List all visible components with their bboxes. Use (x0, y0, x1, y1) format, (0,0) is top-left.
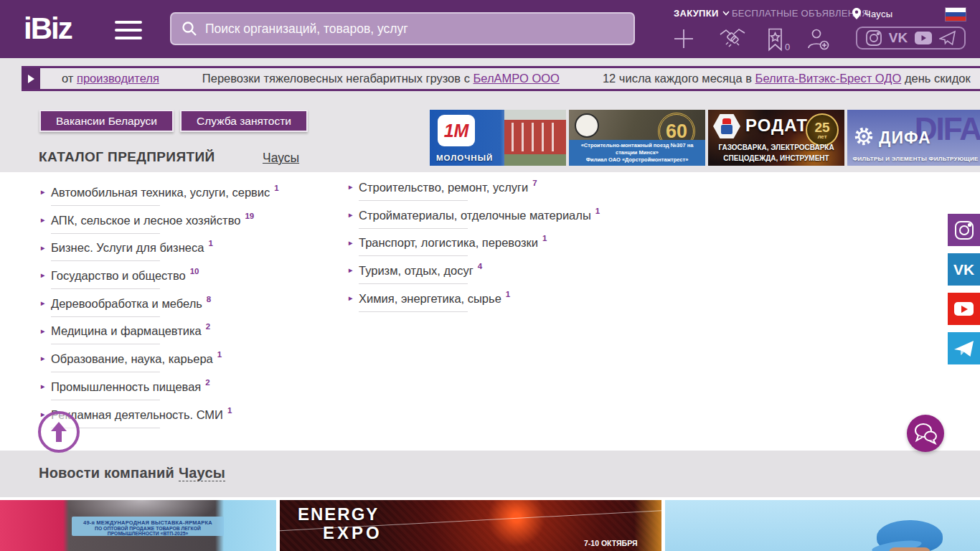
nav-free-ads[interactable]: БЕСПЛАТНЫЕ ОБЪЯВЛЕНИЯ (732, 8, 869, 19)
user-add-icon[interactable] (806, 28, 831, 51)
ad-banner-difa[interactable]: DIFA ДИФА ФИЛЬТРЫ И ЭЛЕМЕНТЫ ФИЛЬТРУЮЩИЕ (847, 110, 980, 166)
category-arrow-icon: ► (39, 382, 51, 390)
building-photo (504, 110, 566, 166)
hamburger-menu-icon[interactable] (115, 21, 142, 40)
news-title: Новости компанийЧаусы (39, 465, 225, 481)
news-photo-energy-expo[interactable]: ENERGY EXPO 7-10 ОКТЯБРЯ (280, 500, 661, 551)
fire-effect (634, 500, 661, 551)
ad-banner-smp307[interactable]: 60 лет «Строительно-монтажный поезд №307… (569, 110, 705, 166)
company-news-band: Новости компанийЧаусы (0, 451, 980, 497)
category-item[interactable]: ►Туризм, отдых, досуг4 (347, 263, 600, 291)
category-count: 1 (208, 239, 212, 248)
category-count: 8 (207, 295, 211, 303)
employment-button[interactable]: Служба занятости (180, 110, 308, 132)
arrow-up-icon (49, 420, 69, 443)
category-item[interactable]: ►Образование, наука, карьера1 (39, 352, 279, 380)
chat-bubbles-icon (913, 422, 938, 445)
favorites-count: 0 (785, 42, 790, 52)
news-ticker: от производителя Перевозки тяжеловесных … (22, 66, 980, 91)
ticker-play-icon[interactable] (22, 68, 40, 89)
category-item[interactable]: ►Бизнес. Услуги для бизнеса1 (39, 240, 279, 268)
category-item[interactable]: ►Промышленность пищевая2 (39, 380, 279, 408)
gear-icon (853, 126, 875, 147)
ad-banner-rodat[interactable]: РОДАТ 25лет ГАЗОСВАРКА, ЭЛЕКТРОСВАРКАСПЕ… (708, 110, 844, 166)
category-item[interactable]: ►Стройматериалы, отделочные материалы1 (347, 208, 600, 236)
category-count: 4 (478, 262, 482, 270)
catalog-column-right: ►Строительство, ремонт, услуги7 ►Стройма… (347, 180, 600, 319)
handshake-icon[interactable] (720, 28, 745, 50)
telegram-icon[interactable] (939, 30, 956, 46)
person-head (889, 547, 930, 551)
category-count: 1 (227, 406, 232, 415)
ad-banner-1m-dairy[interactable]: 1М МОЛОЧНЫЙ (430, 110, 566, 166)
catalog-title: КАТАЛОГ ПРЕДПРИЯТИЙ (39, 149, 215, 165)
news-city-link[interactable]: Чаусы (179, 465, 225, 481)
category-arrow-icon: ► (39, 216, 51, 224)
youtube-icon[interactable] (948, 293, 980, 325)
back-to-top-button[interactable] (38, 411, 80, 453)
category-count: 19 (245, 212, 254, 220)
bookmark-star-icon[interactable] (766, 28, 785, 52)
category-count: 10 (190, 267, 199, 276)
chevron-down-icon (722, 11, 730, 16)
category-arrow-icon: ► (347, 183, 359, 191)
category-arrow-icon: ► (347, 239, 359, 247)
category-arrow-icon: ► (347, 266, 359, 274)
ticker-link[interactable]: Белита-Витэкс-Брест ОДО (755, 72, 902, 85)
ticker-link[interactable]: производителя (77, 72, 159, 85)
vk-icon[interactable]: VK (948, 253, 980, 286)
category-item[interactable]: ►Деревообработка и мебель8 (39, 296, 279, 324)
header: iBiz ЗАКУПКИ БЕСПЛАТНЫЕ ОБЪЯВЛЕНИЯ Чаусы (0, 0, 980, 58)
category-arrow-icon: ► (39, 327, 51, 335)
category-arrow-icon: ► (39, 299, 51, 307)
category-item[interactable]: ►Государство и общество10 (39, 268, 279, 296)
vacancies-button[interactable]: Вакансии Беларуси (39, 110, 174, 132)
smp-logo-stamp (575, 113, 599, 138)
category-count: 2 (206, 322, 210, 331)
catalog-section: ►Автомобильная техника, услуги, сервис1 … (0, 172, 980, 451)
category-item[interactable]: ►Медицина и фармацевтика2 (39, 324, 279, 352)
category-count: 1 (506, 290, 510, 298)
category-arrow-icon: ► (39, 244, 51, 252)
category-count: 1 (595, 207, 600, 215)
telegram-icon[interactable] (948, 332, 980, 364)
category-item[interactable]: ►Строительство, ремонт, услуги7 (347, 180, 600, 208)
instagram-icon[interactable] (948, 214, 980, 246)
category-count: 1 (274, 184, 278, 192)
catalog-column-left: ►Автомобильная техника, услуги, сервис1 … (39, 185, 279, 435)
search-icon (181, 20, 198, 37)
nav-city[interactable]: Чаусы (852, 8, 892, 19)
youtube-icon[interactable] (914, 31, 933, 45)
language-flag-ru[interactable] (946, 8, 966, 21)
category-item[interactable]: ►Автомобильная техника, услуги, сервис1 (39, 185, 279, 213)
plus-icon[interactable] (673, 28, 694, 50)
category-arrow-icon: ► (39, 271, 51, 279)
ticker-item: 12 числа каждого месяца в Белита-Витэкс-… (603, 72, 971, 85)
category-item[interactable]: ►АПК, сельское и лесное хозяйство19 (39, 213, 279, 241)
instagram-icon[interactable] (865, 29, 882, 47)
ad-banners-row: 1М МОЛОЧНЫЙ 60 лет «Строительно-монтажны… (430, 110, 980, 166)
vk-icon[interactable]: VK (889, 30, 908, 46)
search-bar[interactable] (170, 12, 635, 45)
header-social-links: VK (856, 27, 966, 50)
ticker-link[interactable]: БелАМРО ООО (473, 72, 559, 85)
ibiz-logo[interactable]: iBiz (24, 11, 72, 46)
news-photo-exhibition[interactable]: 49-я МЕЖДУНАРОДНАЯ ВЫСТАВКА-ЯРМАРКА ПО О… (0, 500, 276, 551)
category-count: 7 (532, 179, 537, 187)
category-item[interactable]: ►Транспорт, логистика, перевозки1 (347, 235, 600, 263)
nav-zakupki[interactable]: ЗАКУПКИ (674, 8, 730, 19)
news-photo-sky-person[interactable] (665, 500, 980, 551)
location-pin-icon (852, 8, 861, 19)
ticker-item: от производителя (62, 72, 159, 85)
1m-logo: 1М (438, 115, 475, 146)
category-item[interactable]: ►Химия, энергетика, сырье1 (347, 291, 600, 319)
ticker-item: Перевозки тяжеловесных негабаритных груз… (202, 72, 560, 85)
chat-button[interactable] (907, 415, 944, 452)
category-arrow-icon: ► (347, 294, 359, 302)
catalog-city-link[interactable]: Чаусы (263, 151, 299, 166)
exhibition-banner-text: 49-я МЕЖДУНАРОДНАЯ ВЫСТАВКА-ЯРМАРКА ПО О… (72, 517, 224, 536)
category-arrow-icon: ► (39, 188, 51, 196)
page: iBiz ЗАКУПКИ БЕСПЛАТНЫЕ ОБЪЯВЛЕНИЯ Чаусы (0, 0, 980, 551)
category-count: 1 (542, 234, 547, 242)
search-input[interactable] (205, 22, 633, 37)
